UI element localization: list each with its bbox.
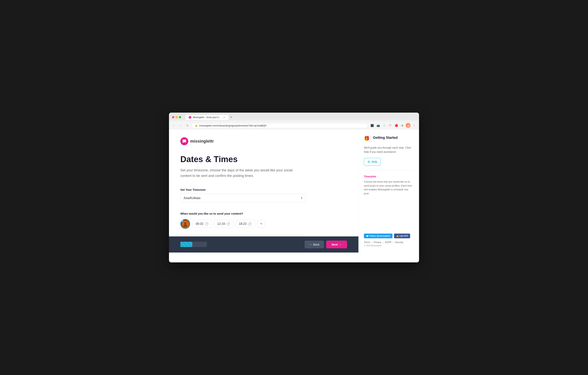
refresh-button[interactable]: ↻ [185, 123, 190, 128]
facebook-like-button[interactable]: 👍 Like 874 [394, 233, 410, 238]
address-bar[interactable]: 🔒 missinglettr.com/onboarding/signup/tim… [192, 123, 368, 128]
timeslots-section-text: Choose the times that you would like us … [364, 180, 414, 196]
traffic-lights [172, 116, 181, 118]
help-button[interactable]: ⊙ Help [364, 158, 381, 166]
close-button[interactable] [172, 116, 174, 118]
progress-bar-fill [180, 242, 192, 247]
clock-icon-3: 🕐 [248, 222, 252, 226]
bookmark-icon[interactable]: ☆ [381, 123, 387, 128]
security-link[interactable]: Security [395, 241, 403, 244]
time-slots-row: 09:33 🕐 12:19 🕐 18:23 🕐 + [180, 219, 347, 229]
twitter-badge-icon [180, 219, 184, 222]
add-time-slot-button[interactable]: + [257, 220, 265, 228]
logo-text: missinglettr [190, 139, 214, 144]
privacy-link[interactable]: Privacy [374, 241, 381, 244]
cast-icon[interactable]: 📺 [376, 123, 381, 128]
gift-icon: 🎁 [364, 136, 371, 143]
page-title: Dates & Times [180, 155, 347, 164]
page-description: Set your timezone, choose the days of th… [180, 168, 298, 179]
footer-links: Terms | Privacy | GDPR | Security [364, 241, 414, 244]
help-button-label: Help [371, 160, 377, 163]
progress-bar [180, 242, 207, 247]
browser-titlebar: m Missinglettr - Grow your blog th... ✕ … [172, 114, 416, 120]
sidebar-divider [364, 170, 414, 170]
timezone-select[interactable]: Asia/Kolkata [180, 194, 305, 202]
time-slot-3[interactable]: 18:23 🕐 [236, 220, 255, 228]
user-avatar [180, 219, 190, 229]
sidebar-description: We'll guide you through each step. Click… [364, 146, 414, 154]
back-arrow-icon: ← [309, 243, 312, 246]
toolbar-actions: ⬛ 📺 ☆ 🛡 🔴 ⊕ U ⋮ [369, 123, 417, 128]
user-profile-button[interactable]: U [406, 123, 411, 128]
twitter-follow-label: Follow @missinglettr [369, 235, 390, 237]
content-question-label: When would you like us to send your cont… [180, 212, 347, 215]
maximize-button[interactable] [179, 116, 181, 118]
timezone-label: Set Your Timezone [180, 188, 347, 191]
time-slot-1-value: 09:33 [196, 222, 203, 226]
social-buttons: Follow @missinglettr 👍 Like 874 [364, 233, 414, 238]
time-slot-3-value: 18:23 [239, 222, 246, 226]
extension1-icon[interactable]: 🔴 [394, 123, 399, 128]
tab-title: Missinglettr - Grow your blog th... [193, 116, 221, 119]
forward-nav-button[interactable]: → [178, 123, 183, 128]
browser-toolbar: ← → ↻ 🔒 missinglettr.com/onboarding/sign… [169, 121, 419, 130]
back-button[interactable]: ← Back [304, 241, 324, 248]
footer-copyright: © 2020 Missinglettr [364, 244, 414, 247]
next-arrow-icon: → [339, 243, 342, 246]
timeslots-section-title: Timeslots [364, 175, 414, 178]
browser-chrome: m Missinglettr - Grow your blog th... ✕ … [169, 113, 419, 120]
twitter-follow-button[interactable]: Follow @missinglettr [364, 233, 392, 238]
logo-icon [180, 137, 188, 145]
tab-close-button[interactable]: ✕ [223, 116, 225, 119]
main-content-area: missinglettr Dates & Times Set your time… [169, 130, 358, 262]
gdpr-link[interactable]: GDPR [385, 241, 391, 244]
page-content: missinglettr Dates & Times Set your time… [169, 130, 419, 262]
lock-icon: 🔒 [195, 124, 198, 127]
help-circle-icon: ⊙ [368, 160, 370, 164]
back-button-label: Back [313, 243, 319, 246]
terms-link[interactable]: Terms [364, 241, 370, 244]
navigation-buttons: ← Back Next → [304, 241, 347, 248]
logo-section: missinglettr [180, 137, 347, 145]
url-text: missinglettr.com/onboarding/signup/times… [199, 124, 267, 127]
right-sidebar: 🎁 Getting Started We'll guide you throug… [358, 130, 419, 262]
shield-icon[interactable]: 🛡 [388, 123, 393, 128]
time-slot-2-value: 12:19 [217, 222, 225, 226]
next-button-label: Next [332, 243, 338, 246]
active-tab[interactable]: m Missinglettr - Grow your blog th... ✕ [186, 115, 229, 120]
sidebar-title: Getting Started [373, 136, 398, 140]
svg-point-1 [184, 222, 186, 224]
minimize-button[interactable] [175, 116, 178, 118]
tab-favicon: m [189, 116, 191, 119]
fb-like-icon: 👍 [396, 235, 399, 237]
time-slot-2[interactable]: 12:19 🕐 [214, 220, 233, 228]
extensions-icon[interactable]: ⬛ [369, 123, 375, 128]
menu-icon[interactable]: ⋮ [411, 123, 417, 128]
back-nav-button[interactable]: ← [171, 123, 177, 128]
new-tab-button[interactable]: + [229, 114, 234, 120]
tab-bar: m Missinglettr - Grow your blog th... ✕ … [186, 114, 416, 120]
clock-icon-2: 🕐 [226, 222, 230, 226]
time-slot-1[interactable]: 09:33 🕐 [192, 220, 212, 228]
plus-icon[interactable]: ⊕ [400, 123, 405, 128]
next-button[interactable]: Next → [326, 241, 347, 248]
getting-started-header: 🎁 Getting Started [364, 136, 414, 143]
clock-icon-1: 🕐 [205, 222, 209, 226]
bottom-bar: ← Back Next → [169, 236, 358, 253]
timezone-select-wrapper: Asia/Kolkata ▾ [180, 194, 305, 202]
browser-window: m Missinglettr - Grow your blog th... ✕ … [169, 113, 419, 262]
fb-like-label: Like 874 [400, 235, 408, 237]
sidebar-footer: Follow @missinglettr 👍 Like 874 Terms | … [364, 196, 414, 247]
